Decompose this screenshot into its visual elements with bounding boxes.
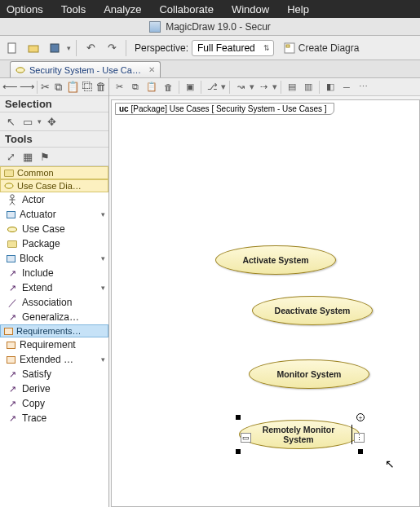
dropdown-caret-icon[interactable]: ▾ [272,82,277,92]
canvas-connector[interactable]: ↝ [233,80,248,95]
dropdown-caret-icon[interactable]: ▾ [250,82,254,92]
palette-item-actuator[interactable]: Actuator ▾ [0,207,108,222]
palette-group-usecase[interactable]: Use Case Dia… [0,179,108,192]
layout-button[interactable]: ▦ [20,149,35,164]
group-label: Use Case Dia… [17,181,82,191]
item-label: Extended … [20,354,73,365]
palette-item-satisfy[interactable]: ↗ Satisfy [0,367,108,381]
menu-tools[interactable]: Tools [61,3,86,15]
canvas-group[interactable]: ▣ [183,80,197,95]
clone-button[interactable]: ⿻ [82,80,93,95]
canvas-cut[interactable]: ✂ [112,80,126,95]
zoom-fit-button[interactable]: ⤢ [3,149,18,164]
frame-prefix: uc [119,104,129,113]
satisfy-icon: ↗ [7,368,18,380]
delete-button[interactable]: 🗑 [95,80,106,95]
chevron-updown-icon: ⇅ [263,44,270,52]
canvas-delete[interactable]: 🗑 [161,80,175,95]
palette-group-common[interactable]: Common [0,166,108,179]
palette-item-include[interactable]: ↗ Include [0,266,108,280]
palette-item-trace[interactable]: ↗ Trace [0,411,108,425]
marquee-tool[interactable]: ▭ [20,114,35,129]
group-label: Common [17,168,54,178]
menu-help[interactable]: Help [287,3,309,15]
palette-item-association[interactable]: ／ Association [0,295,108,310]
menu-analyze[interactable]: Analyze [104,3,141,15]
resize-handle-sw[interactable] [236,449,241,454]
nav-toolbar: ⟵ ⟶ ✂ ⧉ 📋 ⿻ 🗑 [0,78,108,96]
canvas-misc[interactable]: ⋯ [356,80,370,95]
canvas-paste[interactable]: 📋 [144,80,159,95]
canvas-fill[interactable]: ◧ [323,80,338,95]
palette-item-extended[interactable]: Extended … ▾ [0,352,108,367]
os-menubar: Options Tools Analyze Collaborate Window… [0,0,420,18]
toolbar-separator [126,40,126,56]
palette-item-derive[interactable]: ↗ Derive [0,381,108,396]
resize-handle-nw[interactable] [236,415,241,420]
diagram-canvas[interactable]: uc [Package] Use Cases [ Security System… [111,99,420,507]
create-diagram-button[interactable]: Create Diagra [284,42,360,54]
copy-button[interactable]: ⧉ [53,80,64,95]
paste-button[interactable]: 📋 [66,80,80,95]
dropdown-caret-icon[interactable]: ▾ [221,82,226,92]
resize-handle-se[interactable] [358,449,363,454]
package-icon [7,238,18,249]
mouse-cursor-icon: ↖ [385,457,395,470]
canvas-align[interactable]: ▤ [285,80,299,95]
usecase-label-editing[interactable]: Remotely Monitor System [246,425,352,444]
dropdown-caret-icon[interactable]: ▾ [38,117,42,126]
palette-item-copy[interactable]: ↗ Copy [0,396,108,411]
menu-collaborate[interactable]: Collaborate [159,3,214,15]
menu-options[interactable]: Options [7,3,43,15]
item-label: Package [22,238,60,249]
canvas-tree[interactable]: ⎇ [205,80,219,95]
extended-req-icon [7,356,15,364]
palette-item-package[interactable]: Package [0,236,108,251]
item-label: Derive [22,383,51,395]
requirements-icon [4,328,13,335]
new-button[interactable] [3,39,21,57]
canvas-copy[interactable]: ⧉ [128,80,143,95]
selection-tools: ↖ ▭ ▾ ✥ [0,112,108,131]
perspective-select[interactable]: Full Featured ⇅ [192,40,274,56]
canvas-dist[interactable]: ▥ [301,80,316,95]
usecase-monitor-system[interactable]: Monitor System [249,359,369,389]
palette-item-requirement[interactable]: Requirement [0,337,108,352]
perspective-value: Full Featured [197,42,255,54]
usecase-activate-system[interactable]: Activate System [215,245,336,275]
save-button[interactable] [46,39,64,57]
usecase-label: Activate System [242,255,308,265]
tab-security-system[interactable]: Security System - Use Ca… ✕ [10,61,161,77]
usecase-remotely-monitor-system[interactable]: Remotely Monitor System [239,420,360,449]
hand-tool[interactable]: ✥ [44,114,59,129]
palette-item-usecase[interactable]: Use Case [0,222,108,236]
canvas-line[interactable]: ─ [339,80,354,95]
palette-group-requirements[interactable]: Requirements… [0,324,108,337]
undo-button[interactable]: ↶ [82,39,99,57]
nav-back-button[interactable]: ⟵ [2,80,17,95]
close-tab-icon[interactable]: ✕ [148,65,155,74]
validate-button[interactable]: ⚑ [38,149,52,164]
redo-button[interactable]: ↷ [103,39,121,57]
nav-fwd-button[interactable]: ⟶ [20,80,34,95]
palette-item-extend[interactable]: ↗ Extend ▾ [0,280,108,295]
open-button[interactable] [24,39,42,57]
perspective-label: Perspective: [135,42,188,54]
tag-handle-icon[interactable]: ▭ [241,433,251,443]
chevron-down-icon: ▾ [101,284,105,292]
folder-icon [4,170,14,177]
palette-item-actor[interactable]: Actor [0,192,108,207]
pointer-tool[interactable]: ↖ [3,114,18,129]
menu-window[interactable]: Window [232,3,269,15]
svg-rect-2 [51,44,59,52]
tag-handle-icon[interactable]: ⋮ [354,433,365,443]
usecase-diagram-icon [4,181,14,191]
palette-item-block[interactable]: Block ▾ [0,251,108,266]
dropdown-caret-icon[interactable]: ▾ [67,44,71,52]
relation-handle-icon[interactable]: ＋ [356,413,365,421]
cut-button[interactable]: ✂ [40,80,51,95]
palette-item-generalization[interactable]: ↗ Generaliza… [0,310,108,324]
canvas-route[interactable]: ⇢ [256,80,271,95]
usecase-deactivate-system[interactable]: Deactivate System [252,296,373,325]
workspace-split: ⟵ ⟶ ✂ ⧉ 📋 ⿻ 🗑 Selection ↖ ▭ ▾ ✥ Tools ⤢ … [0,78,420,507]
